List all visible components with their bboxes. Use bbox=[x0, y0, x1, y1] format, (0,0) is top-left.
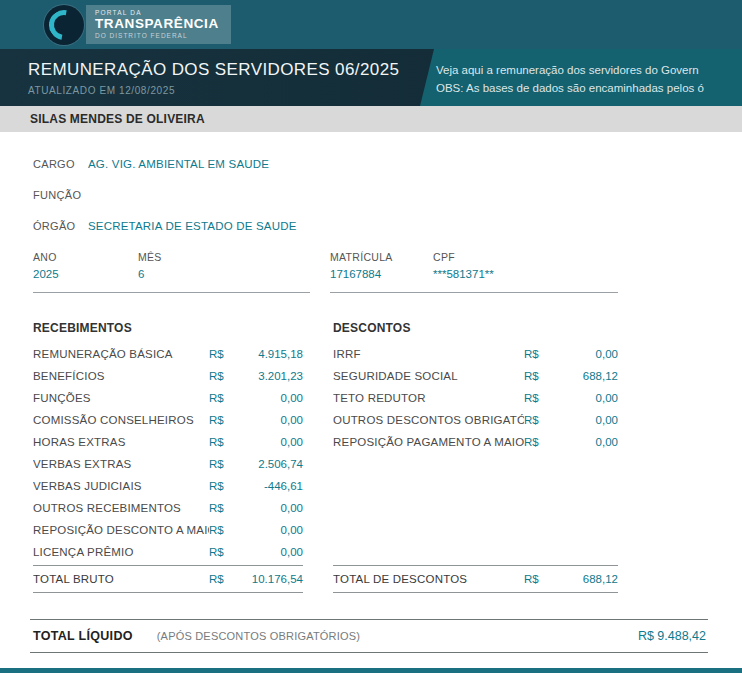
pay-row-label: OUTROS DESCONTOS OBRIGATÓRIOS bbox=[333, 414, 524, 426]
meta-row: ANO 2025 MÊS 6 MATRÍCULA 17167884 CPF **… bbox=[33, 251, 710, 293]
orgao-link[interactable]: SECRETARIA DE ESTADO DE SAUDE bbox=[88, 220, 297, 232]
pay-row-currency: R$ bbox=[209, 392, 237, 404]
ano-value: 2025 bbox=[33, 268, 138, 280]
pay-row: REPOSIÇÃO DESCONTO A MAIORR$0,00 bbox=[33, 519, 303, 541]
pay-row-label: BENEFÍCIOS bbox=[33, 370, 209, 382]
total-descontos-value: 688,12 bbox=[552, 573, 618, 585]
pay-row-value: 0,00 bbox=[552, 414, 618, 426]
pay-row-value: 0,00 bbox=[237, 414, 303, 426]
pay-row-value: 3.201,23 bbox=[237, 370, 303, 382]
pay-row-label: FUNÇÕES bbox=[33, 392, 209, 404]
meta-mes: MÊS 6 bbox=[138, 251, 162, 280]
recebimentos-total-row: TOTAL BRUTO R$ 10.176,54 bbox=[33, 565, 303, 593]
pay-row-value: 0,00 bbox=[552, 392, 618, 404]
pay-row-currency: R$ bbox=[209, 480, 237, 492]
total-descontos-label: TOTAL DE DESCONTOS bbox=[333, 573, 524, 585]
pay-row-value: 688,12 bbox=[552, 370, 618, 382]
total-bruto-label: TOTAL BRUTO bbox=[33, 573, 209, 585]
recebimentos-column: RECEBIMENTOS REMUNERAÇÃO BÁSICAR$4.915,1… bbox=[33, 321, 303, 593]
pay-row-label: REPOSIÇÃO DESCONTO A MAIOR bbox=[33, 524, 209, 536]
pay-row-value: 0,00 bbox=[237, 546, 303, 558]
pay-row-label: LICENÇA PRÊMIO bbox=[33, 546, 209, 558]
pay-row-currency: R$ bbox=[209, 502, 237, 514]
logo-line-bottom: DO DISTRITO FEDERAL bbox=[95, 32, 219, 39]
cargo-label: CARGO bbox=[33, 158, 88, 170]
pay-row-value: 4.915,18 bbox=[237, 348, 303, 360]
pay-row: VERBAS JUDICIAISR$-446,61 bbox=[33, 475, 303, 497]
pay-columns: RECEBIMENTOS REMUNERAÇÃO BÁSICAR$4.915,1… bbox=[33, 321, 710, 593]
pay-row-currency: R$ bbox=[524, 392, 552, 404]
pay-row: REMUNERAÇÃO BÁSICAR$4.915,18 bbox=[33, 343, 303, 365]
pay-row-label: IRRF bbox=[333, 348, 524, 360]
pay-row: OUTROS DESCONTOS OBRIGATÓRIOSR$0,00 bbox=[333, 409, 618, 431]
top-header-bar: PORTAL DA TRANSPARÊNCIA DO DISTRITO FEDE… bbox=[0, 0, 742, 49]
cargo-link[interactable]: AG. VIG. AMBIENTAL EM SAUDE bbox=[88, 158, 269, 170]
descontos-total-row: TOTAL DE DESCONTOS R$ 688,12 bbox=[333, 565, 618, 593]
pay-row-value: 0,00 bbox=[237, 524, 303, 536]
pay-row-value: 2.506,74 bbox=[237, 458, 303, 470]
page-banner: REMUNERAÇÃO DOS SERVIDORES 06/2025 ATUAL… bbox=[0, 49, 742, 106]
total-liquido-value: R$ 9.488,42 bbox=[638, 629, 706, 643]
pay-row-label: REPOSIÇÃO PAGAMENTO A MAIOR bbox=[333, 436, 524, 448]
pay-row-value: 0,00 bbox=[552, 348, 618, 360]
pay-row-currency: R$ bbox=[209, 436, 237, 448]
page: PORTAL DA TRANSPARÊNCIA DO DISTRITO FEDE… bbox=[0, 0, 742, 673]
cpf-label: CPF bbox=[433, 251, 494, 263]
meta-matricula: MATRÍCULA 17167884 bbox=[330, 251, 433, 280]
matricula-label: MATRÍCULA bbox=[330, 251, 433, 263]
total-bruto-currency: R$ bbox=[209, 573, 237, 585]
meta-group-matricula-cpf: MATRÍCULA 17167884 CPF ***581371** bbox=[330, 251, 618, 293]
pay-row: BENEFÍCIOSR$3.201,23 bbox=[33, 365, 303, 387]
descontos-column: DESCONTOS IRRFR$0,00SEGURIDADE SOCIALR$6… bbox=[333, 321, 618, 593]
employee-name-bar: SILAS MENDES DE OLIVEIRA bbox=[0, 106, 742, 132]
pay-row-currency: R$ bbox=[524, 370, 552, 382]
pay-row: OUTROS RECEBIMENTOSR$0,00 bbox=[33, 497, 303, 519]
pay-row-value: -446,61 bbox=[237, 480, 303, 492]
pay-row-label: HORAS EXTRAS bbox=[33, 436, 209, 448]
mes-value: 6 bbox=[138, 268, 162, 280]
footer-bar bbox=[0, 668, 742, 673]
total-liquido-label: TOTAL LÍQUIDO bbox=[33, 629, 133, 643]
pay-row: TETO REDUTORR$0,00 bbox=[333, 387, 618, 409]
banner-info-line-1: Veja aqui a remuneração dos servidores d… bbox=[436, 61, 742, 79]
pay-row-value: 0,00 bbox=[237, 502, 303, 514]
pay-row-label: VERBAS EXTRAS bbox=[33, 458, 209, 470]
pay-row-label: REMUNERAÇÃO BÁSICA bbox=[33, 348, 209, 360]
pay-row-currency: R$ bbox=[209, 546, 237, 558]
descontos-title: DESCONTOS bbox=[333, 321, 618, 335]
pay-row: SEGURIDADE SOCIALR$688,12 bbox=[333, 365, 618, 387]
field-funcao: FUNÇÃO bbox=[33, 189, 710, 201]
banner-info-box: Veja aqui a remuneração dos servidores d… bbox=[420, 49, 742, 106]
pay-row-label: VERBAS JUDICIAIS bbox=[33, 480, 209, 492]
logo-line-main: TRANSPARÊNCIA bbox=[95, 16, 219, 32]
pay-row: VERBAS EXTRASR$2.506,74 bbox=[33, 453, 303, 475]
recebimentos-rows: REMUNERAÇÃO BÁSICAR$4.915,18BENEFÍCIOSR$… bbox=[33, 343, 303, 563]
mes-label: MÊS bbox=[138, 251, 162, 263]
pay-row-currency: R$ bbox=[524, 414, 552, 426]
pay-row-currency: R$ bbox=[209, 458, 237, 470]
pay-row: COMISSÃO CONSELHEIROSR$0,00 bbox=[33, 409, 303, 431]
pay-row-currency: R$ bbox=[524, 348, 552, 360]
portal-logo[interactable]: PORTAL DA TRANSPARÊNCIA DO DISTRITO FEDE… bbox=[44, 5, 231, 45]
total-bruto-value: 10.176,54 bbox=[237, 573, 303, 585]
pay-row: LICENÇA PRÊMIOR$0,00 bbox=[33, 541, 303, 563]
total-liquido-note: (APÓS DESCONTOS OBRIGATÓRIOS) bbox=[157, 630, 360, 642]
field-orgao: ÓRGÃO SECRETARIA DE ESTADO DE SAUDE bbox=[33, 220, 710, 232]
meta-ano: ANO 2025 bbox=[33, 251, 138, 280]
pay-row-currency: R$ bbox=[524, 436, 552, 448]
content-area: CARGO AG. VIG. AMBIENTAL EM SAUDE FUNÇÃO… bbox=[0, 132, 742, 653]
pay-row-value: 0,00 bbox=[237, 436, 303, 448]
pay-row-currency: R$ bbox=[209, 524, 237, 536]
recebimentos-title: RECEBIMENTOS bbox=[33, 321, 303, 335]
meta-cpf: CPF ***581371** bbox=[433, 251, 494, 280]
pay-row-currency: R$ bbox=[209, 348, 237, 360]
field-cargo: CARGO AG. VIG. AMBIENTAL EM SAUDE bbox=[33, 158, 710, 170]
meta-group-ano-mes: ANO 2025 MÊS 6 bbox=[33, 251, 310, 293]
total-descontos-currency: R$ bbox=[524, 573, 552, 585]
pay-row-label: COMISSÃO CONSELHEIROS bbox=[33, 414, 209, 426]
pay-row: HORAS EXTRASR$0,00 bbox=[33, 431, 303, 453]
pay-row: REPOSIÇÃO PAGAMENTO A MAIORR$0,00 bbox=[333, 431, 618, 453]
matricula-value: 17167884 bbox=[330, 268, 433, 280]
pay-row-label: TETO REDUTOR bbox=[333, 392, 524, 404]
pay-row-value: 0,00 bbox=[237, 392, 303, 404]
